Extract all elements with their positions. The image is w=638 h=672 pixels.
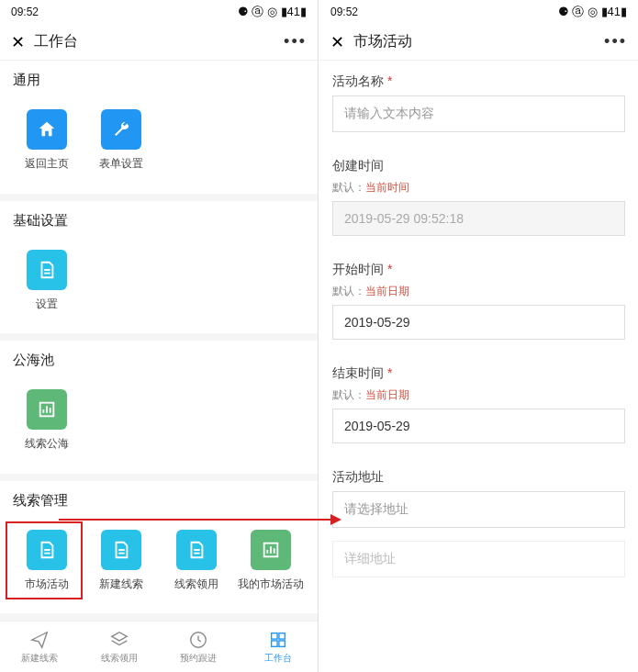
app-item-返回主页[interactable]: 返回主页 bbox=[9, 104, 84, 177]
close-icon[interactable]: ✕ bbox=[11, 32, 25, 52]
field-hint: 默认：当前日期 bbox=[319, 387, 638, 409]
tab-预约跟进[interactable]: 预约跟进 bbox=[159, 622, 239, 672]
svg-rect-6 bbox=[279, 640, 285, 645]
page-title: 市场活动 bbox=[353, 32, 604, 51]
app-label: 线索公海 bbox=[25, 437, 69, 452]
app-label: 设置 bbox=[36, 297, 58, 312]
app-label: 表单设置 bbox=[99, 157, 143, 172]
chart-icon bbox=[27, 389, 67, 430]
section-title: 线索管理 bbox=[0, 474, 318, 519]
field-hint: 默认：当前时间 bbox=[319, 180, 638, 201]
more-icon[interactable]: ••• bbox=[284, 32, 307, 51]
status-bar: 09:52 ⚈ ⓐ ◎ ▮41▮ bbox=[0, 0, 318, 24]
home-icon bbox=[27, 109, 67, 150]
close-icon[interactable]: ✕ bbox=[330, 32, 344, 52]
app-label: 新建线索 bbox=[99, 577, 143, 592]
field-label-活动名称: 活动名称* bbox=[319, 61, 638, 95]
app-label: 市场活动 bbox=[25, 577, 69, 592]
doc-icon bbox=[27, 530, 67, 570]
status-time: 09:52 bbox=[11, 6, 39, 18]
page-title: 工作台 bbox=[34, 32, 284, 51]
workbench-content: 通用返回主页表单设置基础设置设置公海池线索公海线索管理市场活动新建线索线索领用我… bbox=[0, 61, 318, 621]
app-item-我的市场活动[interactable]: 我的市场活动 bbox=[234, 524, 309, 598]
section-title: 公海池 bbox=[0, 333, 318, 378]
doc-icon bbox=[27, 250, 67, 290]
app-item-新建线索[interactable]: 新建线索 bbox=[84, 524, 160, 598]
form-content: 活动名称*请输入文本内容创建时间默认：当前时间2019-05-29 09:52:… bbox=[319, 61, 638, 672]
app-grid: 返回主页表单设置 bbox=[0, 98, 318, 194]
app-label: 线索领用 bbox=[174, 577, 218, 592]
field-input-结束时间[interactable]: 2019-05-29 bbox=[332, 409, 625, 443]
section-title: 通用 bbox=[0, 61, 318, 98]
section-title: 基础设置 bbox=[0, 194, 318, 239]
doc-icon bbox=[101, 530, 141, 570]
svg-rect-5 bbox=[271, 640, 276, 645]
app-label: 我的市场活动 bbox=[238, 577, 304, 592]
tab-label: 预约跟进 bbox=[180, 652, 217, 665]
navbar: ✕ 市场活动 ••• bbox=[319, 24, 638, 61]
app-grid: 设置 bbox=[0, 239, 318, 334]
field-input-detail[interactable]: 详细地址 bbox=[332, 541, 625, 577]
app-item-线索公海[interactable]: 线索公海 bbox=[9, 384, 84, 457]
phone-right: 09:52 ⚈ ⓐ ◎ ▮41▮ ✕ 市场活动 ••• 活动名称*请输入文本内容… bbox=[319, 0, 638, 672]
tab-label: 新建线索 bbox=[21, 652, 58, 665]
navbar: ✕ 工作台 ••• bbox=[0, 24, 318, 61]
chart-icon bbox=[251, 530, 291, 570]
app-item-线索领用[interactable]: 线索领用 bbox=[159, 524, 234, 598]
tab-label: 线索领用 bbox=[101, 652, 138, 665]
app-grid: 市场活动新建线索线索领用我的市场活动 bbox=[0, 519, 318, 614]
app-item-市场活动[interactable]: 市场活动 bbox=[9, 524, 84, 598]
phone-left: 09:52 ⚈ ⓐ ◎ ▮41▮ ✕ 工作台 ••• 通用返回主页表单设置基础设… bbox=[0, 0, 319, 672]
wrench-icon bbox=[101, 109, 141, 150]
tab-工作台[interactable]: 工作台 bbox=[239, 622, 319, 672]
app-grid: 线索公海 bbox=[0, 378, 318, 474]
app-item-设置[interactable]: 设置 bbox=[9, 244, 84, 318]
tab-新建线索[interactable]: 新建线索 bbox=[0, 622, 80, 672]
field-input-活动地址[interactable]: 请选择地址 bbox=[332, 491, 625, 528]
app-item-表单设置[interactable]: 表单设置 bbox=[84, 104, 160, 177]
field-hint: 默认：当前日期 bbox=[319, 284, 638, 305]
field-input-创建时间: 2019-05-29 09:52:18 bbox=[332, 201, 625, 236]
tab-线索领用[interactable]: 线索领用 bbox=[80, 622, 160, 672]
svg-rect-4 bbox=[279, 633, 285, 638]
status-icons: ⚈ ⓐ ◎ ▮41▮ bbox=[558, 4, 627, 20]
tab-bar: 新建线索线索领用预约跟进工作台 bbox=[0, 621, 318, 672]
more-icon[interactable]: ••• bbox=[604, 32, 627, 51]
field-label-结束时间: 结束时间* bbox=[319, 353, 638, 387]
app-label: 返回主页 bbox=[25, 157, 69, 172]
status-time: 09:52 bbox=[330, 6, 358, 18]
status-icons: ⚈ ⓐ ◎ ▮41▮ bbox=[238, 4, 307, 20]
field-input-活动名称[interactable]: 请输入文本内容 bbox=[332, 95, 625, 132]
status-bar: 09:52 ⚈ ⓐ ◎ ▮41▮ bbox=[319, 0, 638, 24]
field-label-活动地址: 活动地址 bbox=[319, 456, 638, 491]
field-label-创建时间: 创建时间 bbox=[319, 145, 638, 180]
doc-icon bbox=[176, 530, 217, 570]
field-label-开始时间: 开始时间* bbox=[319, 249, 638, 284]
field-input-开始时间[interactable]: 2019-05-29 bbox=[332, 305, 625, 340]
svg-rect-3 bbox=[271, 633, 276, 638]
tab-label: 工作台 bbox=[264, 652, 292, 665]
